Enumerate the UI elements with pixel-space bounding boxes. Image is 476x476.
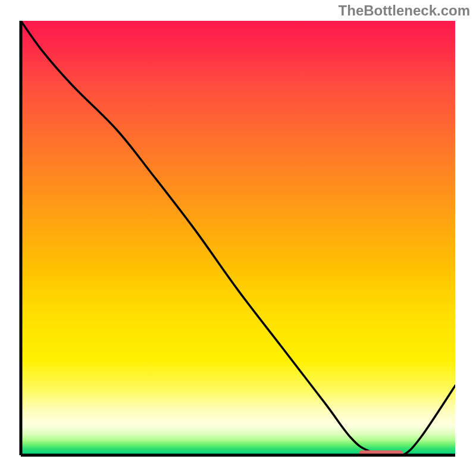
- gradient-background: [21, 21, 455, 455]
- watermark-label: TheBottleneck.com: [339, 2, 470, 19]
- chart-container: TheBottleneck.com: [0, 0, 476, 476]
- plot-area: [21, 21, 455, 455]
